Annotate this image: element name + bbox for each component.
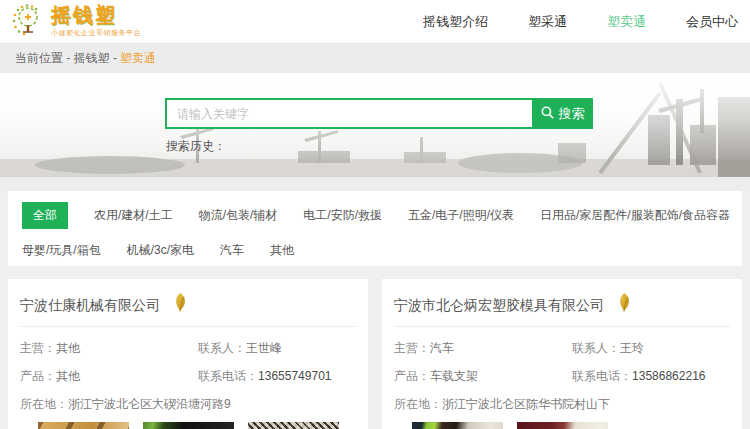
field-label: 所在地： (20, 397, 68, 411)
product-thumbnail[interactable] (517, 422, 608, 429)
search-bar: 搜索 (165, 98, 593, 129)
header: 摇钱塑 小微塑化企业采销服务平台 摇钱塑介绍 塑采通 塑卖通 会员中心 (0, 0, 750, 44)
field-label: 联系电话： (572, 369, 632, 383)
money-tree-icon (10, 2, 46, 42)
site-logo[interactable]: 摇钱塑 小微塑化企业采销服务平台 (10, 2, 141, 42)
company-name[interactable]: 宁波仕康机械有限公司 (20, 298, 160, 312)
search-input[interactable] (165, 98, 532, 129)
category-other[interactable]: 其他 (270, 237, 294, 264)
breadcrumb-current: 塑卖通 (120, 50, 156, 67)
company-card[interactable]: 宁波市北仑炳宏塑胶模具有限公司 主营：汽车 联系人：王玲 产品：车载支架 联系电… (382, 279, 742, 429)
product-thumbnail[interactable] (248, 422, 339, 429)
category-household[interactable]: 日用品/家居配件/服装配饰/食品容器 (540, 202, 730, 229)
card-divider (394, 326, 730, 327)
search-button[interactable]: 搜索 (532, 98, 593, 129)
nav-item-member-center[interactable]: 会员中心 (686, 13, 738, 31)
field-phone: 联系电话：13655749701 (198, 369, 356, 383)
field-product: 产品：其他 (20, 369, 198, 383)
field-phone: 联系电话：13586862216 (572, 369, 730, 383)
gold-leaf-icon (172, 293, 187, 317)
field-label: 主营： (20, 341, 56, 355)
field-label: 联系电话： (198, 369, 258, 383)
field-label: 产品： (20, 369, 56, 383)
breadcrumb: 当前位置 - 摇钱塑 - 塑卖通 (0, 44, 750, 73)
category-machinery-3c[interactable]: 机械/3c/家电 (127, 237, 194, 264)
product-thumbnail[interactable] (412, 422, 503, 429)
field-value: 其他 (56, 369, 80, 383)
field-value: 浙江宁波北仑区陈华书院村山下 (442, 397, 610, 411)
category-row-2: 母婴/玩具/箱包 机械/3c/家电 汽车 其他 (22, 237, 728, 264)
field-value: 汽车 (430, 341, 454, 355)
site-title: 摇钱塑 (51, 5, 141, 25)
field-label: 联系人： (198, 341, 246, 355)
field-value: 13586862216 (632, 369, 705, 383)
product-thumbnail-row (412, 422, 730, 429)
section-divider (0, 177, 750, 191)
field-address: 所在地：浙江宁波北仑区大碶沿塘河路9 (20, 397, 231, 411)
company-name[interactable]: 宁波市北仑炳宏塑胶模具有限公司 (394, 298, 604, 312)
category-baby-toys[interactable]: 母婴/玩具/箱包 (22, 237, 101, 264)
field-main-business: 主营：其他 (20, 341, 198, 355)
field-value: 其他 (56, 341, 80, 355)
field-address: 所在地：浙江宁波北仑区陈华书院村山下 (394, 397, 610, 411)
field-value: 王世峰 (246, 341, 282, 355)
site-subtitle: 小微塑化企业采销服务平台 (51, 28, 141, 38)
card-divider (20, 326, 356, 327)
nav-item-sumaitong[interactable]: 塑卖通 (607, 13, 646, 31)
product-thumbnail[interactable] (38, 422, 129, 429)
category-all[interactable]: 全部 (22, 202, 68, 229)
field-label: 联系人： (572, 341, 620, 355)
nav-item-intro[interactable]: 摇钱塑介绍 (423, 13, 488, 31)
field-value: 13655749701 (258, 369, 331, 383)
search-button-label: 搜索 (559, 105, 585, 123)
category-auto[interactable]: 汽车 (220, 237, 244, 264)
field-contact-person: 联系人：王世峰 (198, 341, 356, 355)
product-thumbnail[interactable] (143, 422, 234, 429)
company-card[interactable]: 宁波仕康机械有限公司 主营：其他 联系人：王世峰 产品：其他 联系电话：1365… (8, 279, 368, 429)
category-filter-panel: 全部 农用/建材/土工 物流/包装/辅材 电工/安防/救援 五金/电子/照明/仪… (8, 191, 742, 266)
breadcrumb-prefix: 当前位置 - 摇钱塑 - (15, 50, 117, 67)
field-value: 车载支架 (430, 369, 478, 383)
nav-item-sucaitong[interactable]: 塑采通 (528, 13, 567, 31)
main-nav: 摇钱塑介绍 塑采通 塑卖通 会员中心 (423, 13, 738, 31)
field-label: 产品： (394, 369, 430, 383)
category-hardware-electronics[interactable]: 五金/电子/照明/仪表 (408, 202, 514, 229)
field-contact-person: 联系人：王玲 (572, 341, 730, 355)
field-label: 主营： (394, 341, 430, 355)
field-value: 王玲 (620, 341, 644, 355)
company-card-list: 宁波仕康机械有限公司 主营：其他 联系人：王世峰 产品：其他 联系电话：1365… (0, 266, 750, 429)
magnifier-icon (541, 106, 554, 122)
product-thumbnail-row (38, 422, 356, 429)
category-agri-building[interactable]: 农用/建材/土工 (94, 202, 173, 229)
field-main-business: 主营：汽车 (394, 341, 572, 355)
search-history-label: 搜索历史： (166, 138, 226, 155)
category-logistics-packaging[interactable]: 物流/包装/辅材 (199, 202, 278, 229)
category-electrical-security[interactable]: 电工/安防/救援 (303, 202, 382, 229)
category-row-1: 全部 农用/建材/土工 物流/包装/辅材 电工/安防/救援 五金/电子/照明/仪… (22, 202, 728, 229)
field-product: 产品：车载支架 (394, 369, 572, 383)
field-label: 所在地： (394, 397, 442, 411)
field-value: 浙江宁波北仑区大碶沿塘河路9 (68, 397, 231, 411)
hero-section: 搜索 搜索历史： (0, 73, 750, 177)
gold-leaf-icon (616, 293, 631, 317)
